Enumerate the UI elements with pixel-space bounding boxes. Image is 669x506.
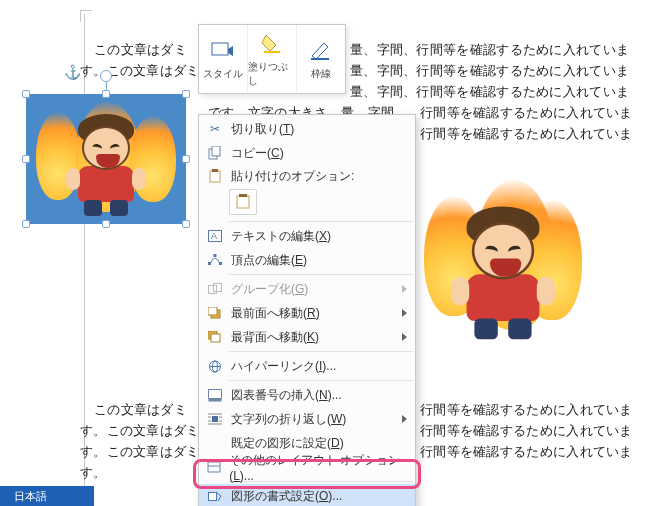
status-language: 日本語: [14, 489, 47, 504]
caption-icon: [205, 386, 225, 404]
paste-icon: [205, 167, 225, 185]
svg-rect-0: [212, 43, 228, 55]
svg-rect-23: [209, 389, 222, 398]
svg-rect-32: [208, 462, 220, 472]
menu-label: その他のレイアウト オプション(L)...: [229, 452, 407, 483]
menu-cut[interactable]: ✂ 切り取り(T): [199, 117, 415, 141]
svg-rect-24: [209, 399, 222, 402]
edit-points-icon: [205, 251, 225, 269]
menu-send-back[interactable]: 最背面へ移動(K): [199, 325, 415, 349]
svg-rect-34: [208, 492, 216, 500]
submenu-arrow-icon: [402, 309, 407, 317]
paste-option-picture[interactable]: [229, 189, 257, 215]
svg-rect-8: [239, 194, 247, 197]
menu-label: 頂点の編集(E): [231, 252, 307, 269]
resize-handle[interactable]: [22, 155, 30, 163]
submenu-arrow-icon: [402, 333, 407, 341]
outline-button[interactable]: 枠線: [297, 25, 345, 93]
menu-more-layout[interactable]: その他のレイアウト オプション(L)...: [199, 455, 415, 479]
svg-rect-25: [212, 416, 218, 422]
svg-rect-6: [212, 169, 218, 172]
style-button[interactable]: スタイル: [199, 25, 248, 93]
status-bar: 日本語: [0, 486, 94, 506]
menu-label: 既定の図形に設定(D): [231, 435, 344, 452]
svg-text:A: A: [211, 231, 217, 241]
menu-paste-options-header: 貼り付けのオプション:: [199, 165, 415, 187]
menu-label: グループ化(G): [231, 281, 308, 298]
fill-label: 塗りつぶし: [248, 60, 296, 88]
submenu-arrow-icon: [402, 415, 407, 423]
body-text: 量、字間、行間等を確認するために入れていま: [350, 40, 629, 59]
menu-group: グループ化(G): [199, 277, 415, 301]
fill-button[interactable]: 塗りつぶし: [248, 25, 297, 93]
resize-handle[interactable]: [182, 155, 190, 163]
style-icon: [210, 37, 236, 63]
menu-edit-text[interactable]: A テキストの編集(X): [199, 224, 415, 248]
submenu-arrow-icon: [402, 285, 407, 293]
resize-handle[interactable]: [102, 90, 110, 98]
selected-image[interactable]: [26, 94, 186, 224]
svg-rect-11: [208, 262, 211, 265]
body-text: この文章はダミ: [94, 40, 187, 59]
bring-front-icon: [205, 304, 225, 322]
resize-handle[interactable]: [22, 220, 30, 228]
body-text: 行間等を確認するために入れていま: [420, 124, 633, 143]
body-text: 行間等を確認するために入れていま: [420, 421, 633, 440]
separator: [229, 380, 413, 381]
outline-label: 枠線: [311, 67, 331, 81]
object-anchor-icon: ⚓: [64, 64, 81, 80]
svg-rect-4: [212, 146, 220, 156]
menu-label: 最前面へ移動(R): [231, 305, 320, 322]
svg-rect-7: [237, 196, 249, 208]
menu-edit-points[interactable]: 頂点の編集(E): [199, 248, 415, 272]
layout-icon: [205, 458, 223, 476]
menu-format-shape[interactable]: 図形の書式設定(O)...: [199, 484, 415, 506]
copy-icon: [205, 144, 225, 162]
svg-rect-5: [210, 171, 220, 182]
menu-label: コピー(C): [231, 145, 284, 162]
resize-handle[interactable]: [182, 220, 190, 228]
body-text: す。: [80, 463, 107, 482]
wrap-icon: [205, 410, 225, 428]
send-back-icon: [205, 328, 225, 346]
edit-text-icon: A: [205, 227, 225, 245]
svg-rect-13: [214, 254, 217, 257]
body-text: この文章はダミ: [94, 400, 187, 419]
resize-handle[interactable]: [22, 90, 30, 98]
mini-toolbar: スタイル 塗りつぶし 枠線: [198, 24, 346, 94]
body-text: 量、字間、行間等を確認するために入れていま: [350, 61, 629, 80]
cut-icon: ✂: [205, 120, 225, 138]
svg-rect-2: [311, 58, 329, 60]
menu-bring-front[interactable]: 最前面へ移動(R): [199, 301, 415, 325]
menu-copy[interactable]: コピー(C): [199, 141, 415, 165]
fill-icon: [259, 30, 285, 56]
separator: [229, 351, 413, 352]
separator: [229, 221, 413, 222]
body-text: 量、字間、行間等を確認するために入れていま: [350, 82, 629, 101]
body-text: す。この文章はダミ: [80, 421, 200, 440]
body-text: 行間等を確認するために入れていま: [420, 103, 633, 122]
body-text: 行間等を確認するために入れていま: [420, 442, 633, 461]
svg-rect-19: [211, 334, 220, 342]
svg-rect-17: [208, 307, 217, 315]
menu-hyperlink[interactable]: ハイパーリンク(I)...: [199, 354, 415, 378]
body-text: 行間等を確認するために入れていま: [420, 400, 633, 419]
svg-rect-1: [264, 51, 280, 53]
separator: [229, 274, 413, 275]
group-icon: [205, 280, 225, 298]
menu-label: 切り取り(T): [231, 121, 294, 138]
menu-insert-caption[interactable]: 図表番号の挿入(N)...: [199, 383, 415, 407]
menu-label: 文字列の折り返し(W): [231, 411, 346, 428]
resize-handle[interactable]: [102, 220, 110, 228]
inline-image-boy-fire[interactable]: [418, 172, 588, 342]
context-menu: ✂ 切り取り(T) コピー(C) 貼り付けのオプション: A テキストの編集(X…: [198, 114, 416, 506]
body-text: す。この文章はダミ: [80, 61, 200, 80]
svg-rect-15: [214, 284, 222, 292]
menu-label: ハイパーリンク(I)...: [231, 358, 336, 375]
paste-options-row: [199, 187, 415, 219]
menu-text-wrap[interactable]: 文字列の折り返し(W): [199, 407, 415, 431]
rotate-handle[interactable]: [100, 70, 112, 82]
body-text: す。この文章はダミ: [80, 442, 200, 461]
resize-handle[interactable]: [182, 90, 190, 98]
menu-label: 図形の書式設定(O)...: [231, 488, 342, 505]
